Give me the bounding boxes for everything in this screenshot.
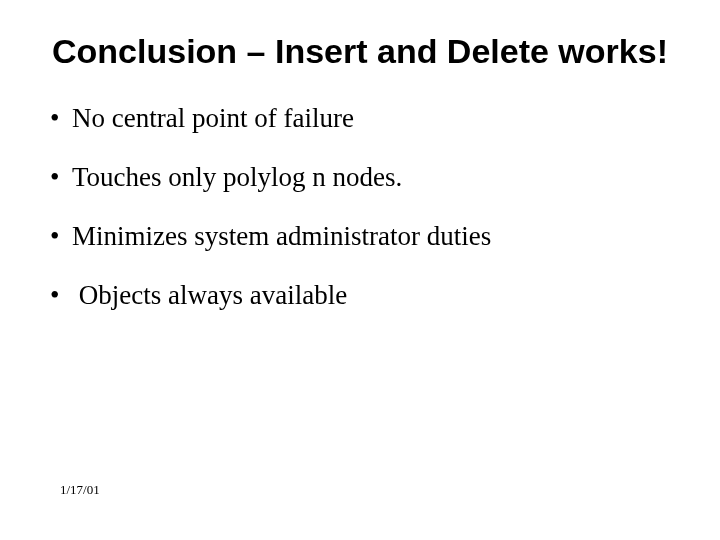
bullet-icon: • bbox=[50, 219, 72, 254]
bullet-list: •No central point of failure •Touches on… bbox=[50, 101, 670, 313]
bullet-icon: • bbox=[50, 101, 72, 136]
list-item: • Objects always available bbox=[50, 278, 670, 313]
list-item: •No central point of failure bbox=[50, 101, 670, 136]
bullet-text: Objects always available bbox=[72, 280, 347, 310]
bullet-text: No central point of failure bbox=[72, 103, 354, 133]
list-item: •Touches only polylog n nodes. bbox=[50, 160, 670, 195]
slide: Conclusion – Insert and Delete works! •N… bbox=[0, 0, 720, 540]
list-item: •Minimizes system administrator duties bbox=[50, 219, 670, 254]
bullet-icon: • bbox=[50, 278, 72, 313]
bullet-icon: • bbox=[50, 160, 72, 195]
bullet-text: Touches only polylog n nodes. bbox=[72, 162, 402, 192]
footer-date: 1/17/01 bbox=[60, 482, 100, 498]
slide-title: Conclusion – Insert and Delete works! bbox=[50, 30, 670, 73]
bullet-text: Minimizes system administrator duties bbox=[72, 221, 491, 251]
